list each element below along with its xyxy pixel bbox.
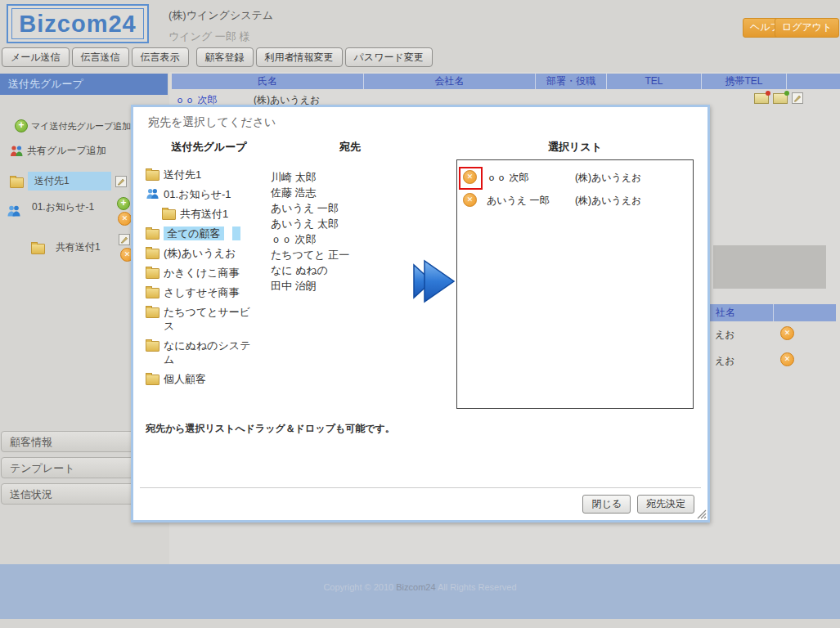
mail-red-icon[interactable] (754, 93, 769, 104)
add-my-group-link[interactable]: マイ送付先グループ追加 (15, 119, 131, 132)
footer: Copyright © 2010 Bizcom24 All Rights Res… (0, 564, 840, 619)
group-label: かきくけこ商事 (164, 266, 255, 280)
edit-icon[interactable] (792, 92, 803, 104)
add-shared-group-link[interactable]: 共有グループ追加 (10, 144, 106, 158)
folder-icon (31, 244, 45, 254)
dialog-recipient-item[interactable]: なに ぬねの (271, 262, 393, 278)
background-table-header: 社名 (710, 304, 836, 321)
close-button[interactable]: 閉じる (582, 495, 631, 514)
group-label: なにぬねのシステム (164, 339, 255, 366)
folder-icon (146, 375, 159, 385)
application-window: Bizcom24 (株)ウイングシステム ウイング 一郎 様 ヘルプ ログアウト… (0, 0, 840, 628)
selected-recipients-box: ｏｏ 次郎 (株)あいうえお あいうえ 一郎 (株)あいうえお (456, 159, 694, 409)
dialog-recipient-item[interactable]: 田中 治朗 (271, 278, 393, 294)
sidebar-group-soufusaki1[interactable]: 送付先1 (10, 172, 127, 191)
dialog-group-item[interactable]: さしすせそ商事 (146, 285, 260, 299)
dialog-group-item-selected[interactable]: 全ての顧客 (146, 227, 260, 240)
dialog-group-item[interactable]: 送付先1 (146, 168, 260, 182)
app-logo-frame: Bizcom24 (11, 8, 144, 39)
register-customer-button[interactable]: 顧客登録 (196, 47, 254, 67)
change-password-button[interactable]: パスワード変更 (345, 47, 433, 67)
edit-icon[interactable] (115, 176, 127, 187)
background-column-company-fragment: 社名 (716, 304, 735, 321)
folder-icon (146, 229, 159, 240)
dialog-group-item[interactable]: 01.お知らせ-1 (146, 187, 260, 201)
dialog-group-item[interactable]: なにぬねのシステム (146, 339, 260, 366)
folder-icon (162, 209, 176, 220)
remove-icon[interactable] (780, 326, 794, 340)
selected-company: (株)あいうえお (575, 171, 641, 185)
show-message-button[interactable]: 伝言表示 (132, 47, 189, 67)
sidebar-group-oshirase[interactable]: 01.お知らせ-1 (7, 196, 97, 217)
column-header-tel: TEL (607, 74, 702, 89)
send-mail-button[interactable]: メール送信 (2, 47, 70, 67)
dialog-recipient-list: 川崎 太郎 佐藤 浩志 あいうえ 一郎 あいうえ 太郎 ｏｏ 次郎 たちつてと … (271, 169, 393, 294)
background-panel-block (713, 245, 826, 289)
column-header-company: 会社名 (364, 74, 536, 89)
dialog-title: 宛先を選択してください (148, 115, 276, 130)
background-selected-row: えお (710, 350, 840, 373)
dialog-group-list: 送付先1 01.お知らせ-1 共有送付1 全ての顧客 (146, 168, 260, 392)
dialog-column-groups: 送付先グループ (150, 140, 268, 155)
remove-icon[interactable] (463, 193, 477, 207)
dialog-recipient-item[interactable]: たちつてと 正一 (271, 247, 393, 262)
dialog-group-item[interactable]: かきくけこ商事 (146, 266, 260, 280)
row-action-icons (754, 92, 803, 104)
footer-brand: Bizcom24 (396, 582, 435, 592)
selection-marker (232, 227, 240, 240)
column-header-mobile: 携帯TEL (702, 74, 787, 89)
remove-icon[interactable] (463, 170, 477, 184)
add-icon[interactable] (117, 197, 130, 210)
dialog-column-selected: 選択リスト (526, 140, 624, 155)
add-shared-group-label: 共有グループ追加 (27, 144, 106, 158)
group-label: 共有送付1 (180, 207, 260, 221)
dialog-recipient-item[interactable]: 佐藤 浩志 (271, 185, 393, 200)
dialog-group-item[interactable]: (株)あいうえお (146, 246, 260, 260)
folder-icon (10, 177, 24, 188)
dialog-group-item[interactable]: 個人顧客 (146, 372, 260, 386)
edit-icon[interactable] (119, 234, 130, 245)
green-dot (784, 91, 789, 96)
app-logo[interactable]: Bizcom24 (7, 4, 149, 43)
send-message-button[interactable]: 伝言送信 (72, 47, 129, 67)
resize-handle[interactable] (696, 509, 707, 519)
group-icon (7, 204, 21, 217)
dialog-recipient-item[interactable]: あいうえ 一郎 (271, 200, 393, 216)
folder-icon (146, 341, 159, 352)
company-fragment: えお (715, 328, 735, 342)
sidebar-group-label: 送付先1 (28, 172, 111, 191)
dialog-column-recipients: 宛先 (317, 140, 383, 155)
drag-drop-note: 宛先から選択リストへドラッグ＆ドロップも可能です。 (146, 422, 395, 436)
dialog-recipient-item[interactable]: あいうえ 太郎 (271, 216, 393, 231)
sidebar-group-kyouyuu[interactable]: 共有送付1 (31, 240, 101, 254)
shared-group-icon (10, 145, 24, 157)
decide-recipients-button[interactable]: 宛先決定 (637, 495, 694, 514)
column-header-department: 部署・役職 (536, 74, 607, 89)
group-label: たちつてとサービス (164, 305, 255, 333)
dialog-group-item[interactable]: 共有送付1 (146, 207, 260, 221)
dialog-buttons: 閉じる 宛先決定 (582, 495, 694, 514)
sidebar-title: 送付先グループ (0, 74, 168, 95)
dialog-recipient-item[interactable]: 川崎 太郎 (271, 169, 393, 185)
copyright: Copyright © 2010 Bizcom24 All Rights Res… (0, 582, 840, 592)
dialog-group-item[interactable]: たちつてとサービス (146, 305, 260, 333)
folder-icon (146, 288, 159, 298)
copyright-suffix: All Rights Reserved (436, 582, 517, 592)
folder-icon (146, 307, 159, 318)
group-icon (146, 187, 159, 200)
group-label: 01.お知らせ-1 (164, 187, 255, 201)
remove-icon[interactable] (780, 352, 794, 366)
selected-name: あいうえ 一郎 (487, 194, 549, 208)
selected-list-row: あいうえ 一郎 (株)あいうえお (457, 190, 693, 209)
red-dot (766, 91, 770, 96)
dialog-recipient-item[interactable]: ｏｏ 次郎 (271, 231, 393, 247)
logged-in-user: ウイング 一郎 様 (168, 29, 249, 44)
group-label: 送付先1 (164, 168, 255, 182)
selected-company: (株)あいうえお (575, 194, 641, 208)
change-user-info-button[interactable]: 利用者情報変更 (256, 47, 343, 67)
sidebar-group-label: 01.お知らせ-1 (32, 200, 97, 213)
mail-green-icon[interactable] (773, 93, 788, 104)
dialog-divider (140, 487, 701, 488)
logout-button[interactable]: ログアウト (775, 18, 839, 38)
remove-icon[interactable] (118, 212, 132, 226)
